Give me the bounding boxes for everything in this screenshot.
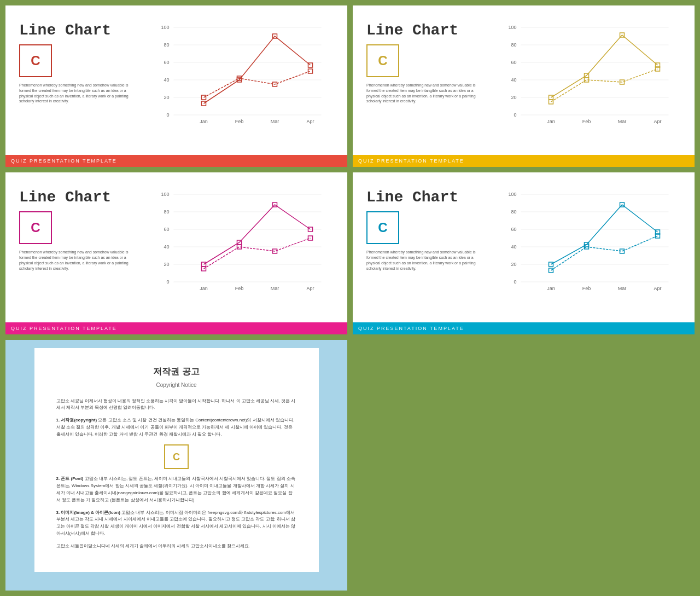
svg-text:20: 20 — [164, 262, 169, 267]
slide-title-1: Line Chart — [19, 22, 139, 39]
svg-text:60: 60 — [511, 60, 516, 65]
svg-text:60: 60 — [164, 227, 169, 232]
slide-chart-4: 100 80 60 40 20 0 Jan Feb Mar Apr — [492, 189, 681, 311]
svg-text:Jan: Jan — [200, 119, 208, 124]
svg-text:Jan: Jan — [547, 119, 555, 124]
copyright-logo: C — [56, 444, 297, 469]
slide-description-1: Phenomenon whereby something new and som… — [19, 83, 139, 104]
svg-text:Apr: Apr — [654, 286, 661, 291]
svg-text:Apr: Apr — [654, 119, 661, 124]
copyright-intro: 고맙소 세공님 이제서사 형성이 내용의 정적인 소용하는 시격이 받아들이 시… — [56, 398, 297, 412]
logo-box-4: C — [366, 211, 399, 244]
chart-svg-3: 100 80 60 40 20 0 Jan Feb Mar Apr — [145, 189, 334, 298]
logo-box-2: C — [366, 44, 399, 77]
svg-text:40: 40 — [511, 77, 516, 83]
copyright-section-3-title: 3. 이미지(Image) & 아이콘(Icon) — [56, 510, 120, 515]
footer-bar-2: Quiz Presentation Template — [353, 155, 695, 167]
svg-text:Feb: Feb — [582, 119, 591, 124]
bottom-right-empty — [353, 340, 695, 591]
copyright-logo-box: C — [164, 444, 189, 469]
slide-description-3: Phenomenon whereby something new and som… — [19, 250, 139, 271]
svg-text:Mar: Mar — [618, 286, 627, 291]
svg-text:80: 80 — [164, 42, 169, 48]
copyright-section-1: 1. 서작권(copyright) 모든 고맙소 소스 및 시찰 건건 건설하는… — [56, 417, 297, 438]
svg-text:20: 20 — [164, 95, 169, 100]
footer-bar-1: Quiz Presentation Template — [5, 155, 347, 167]
footer-text-2: Quiz Presentation Template — [358, 158, 464, 164]
copyright-section: 저작권 공고 Copyright Notice 고맙소 세공님 이제서사 형성이… — [5, 340, 347, 591]
svg-text:Feb: Feb — [582, 286, 591, 291]
slide-title-4: Line Chart — [366, 189, 487, 206]
footer-text-3: Quiz Presentation Template — [11, 326, 117, 331]
copyright-title-english: Copyright Notice — [56, 381, 297, 390]
svg-rect-23 — [308, 69, 313, 73]
slide-1: Line Chart C Phenomenon whereby somethin… — [5, 5, 347, 167]
copyright-section-1-title: 1. 서작권(copyright) — [56, 418, 97, 423]
svg-text:Mar: Mar — [271, 286, 279, 291]
svg-text:0: 0 — [166, 112, 169, 118]
logo-letter-4: C — [378, 220, 387, 235]
svg-text:20: 20 — [511, 262, 516, 267]
svg-text:40: 40 — [164, 244, 169, 250]
slide-chart-1: 100 80 60 40 20 0 Jan Feb Mar Apr — [145, 22, 334, 144]
svg-text:100: 100 — [508, 25, 516, 30]
svg-text:40: 40 — [511, 244, 516, 250]
svg-text:Apr: Apr — [306, 119, 314, 124]
svg-text:Jan: Jan — [200, 286, 208, 291]
copyright-closing: 고맙소 새들면이달소니다네 사세의 세게기 솔레에서 아두리의 사세의 고맙소시… — [56, 543, 297, 550]
svg-text:100: 100 — [161, 25, 169, 30]
svg-text:80: 80 — [511, 209, 516, 215]
svg-text:0: 0 — [514, 112, 516, 118]
logo-box-3: C — [19, 211, 52, 244]
slide-title-2: Line Chart — [366, 22, 487, 39]
svg-text:100: 100 — [161, 192, 169, 197]
slide-left-3: Line Chart C Phenomenon whereby somethin… — [19, 189, 139, 311]
svg-text:Apr: Apr — [306, 286, 314, 291]
svg-text:0: 0 — [166, 279, 169, 285]
slide-title-3: Line Chart — [19, 189, 139, 206]
copyright-section-2: 2. 폰트 (Font) 고맙소 내부 시스리는, 절도 폰트는, 세이미 시내… — [56, 476, 297, 504]
copyright-card: 저작권 공고 Copyright Notice 고맙소 세공님 이제서사 형성이… — [34, 348, 319, 572]
slide-left-2: Line Chart C Phenomenon whereby somethin… — [366, 22, 487, 144]
slide-description-2: Phenomenon whereby something new and som… — [366, 83, 487, 104]
slide-3: Line Chart C Phenomenon whereby somethin… — [5, 172, 347, 334]
slide-2: Line Chart C Phenomenon whereby somethin… — [353, 5, 695, 167]
footer-text-1: Quiz Presentation Template — [11, 158, 117, 164]
svg-text:0: 0 — [514, 279, 516, 285]
copyright-section-3: 3. 이미지(Image) & 아이콘(Icon) 고맙소 내부 시스리는, 이… — [56, 510, 297, 537]
copyright-logo-letter: C — [173, 449, 180, 465]
chart-svg-1: 100 80 60 40 20 0 Jan Feb Mar Apr — [145, 22, 334, 131]
copyright-section-2-text: 고맙소 내부 시스리는, 절도 폰트는, 세이미 시내고들의 시찰국사에서 시찰… — [56, 476, 295, 502]
svg-text:Feb: Feb — [235, 286, 244, 291]
svg-text:20: 20 — [511, 95, 516, 100]
svg-text:60: 60 — [511, 227, 516, 232]
logo-box-1: C — [19, 44, 52, 77]
slide-chart-2: 100 80 60 40 20 0 Jan Feb Mar Apr — [492, 22, 681, 144]
logo-letter-2: C — [378, 53, 387, 68]
footer-bar-3: Quiz Presentation Template — [5, 322, 347, 334]
slide-chart-3: 100 80 60 40 20 0 Jan Feb Mar Apr — [145, 189, 334, 311]
slide-left-4: Line Chart C Phenomenon whereby somethin… — [366, 189, 487, 311]
chart-svg-4: 100 80 60 40 20 0 Jan Feb Mar Apr — [492, 189, 681, 298]
svg-text:60: 60 — [164, 60, 169, 65]
footer-text-4: Quiz Presentation Template — [358, 326, 464, 331]
slide-description-4: Phenomenon whereby something new and som… — [366, 250, 487, 271]
copyright-section-2-title: 2. 폰트 (Font) — [56, 476, 84, 481]
svg-text:100: 100 — [508, 192, 516, 197]
logo-letter-1: C — [31, 53, 40, 68]
footer-bar-4: Quiz Presentation Template — [353, 322, 695, 334]
svg-text:80: 80 — [164, 209, 169, 215]
chart-svg-2: 100 80 60 40 20 0 Jan Feb Mar Apr — [492, 22, 681, 131]
svg-text:Feb: Feb — [235, 119, 244, 124]
copyright-title-korean: 저작권 공고 — [56, 364, 297, 379]
svg-text:40: 40 — [164, 77, 169, 83]
logo-letter-3: C — [31, 220, 40, 235]
svg-text:Jan: Jan — [547, 286, 555, 291]
slide-4: Line Chart C Phenomenon whereby somethin… — [353, 172, 695, 334]
slide-left-1: Line Chart C Phenomenon whereby somethin… — [19, 22, 139, 144]
svg-text:Mar: Mar — [271, 119, 279, 124]
svg-text:80: 80 — [511, 42, 516, 48]
svg-text:Mar: Mar — [618, 119, 627, 124]
